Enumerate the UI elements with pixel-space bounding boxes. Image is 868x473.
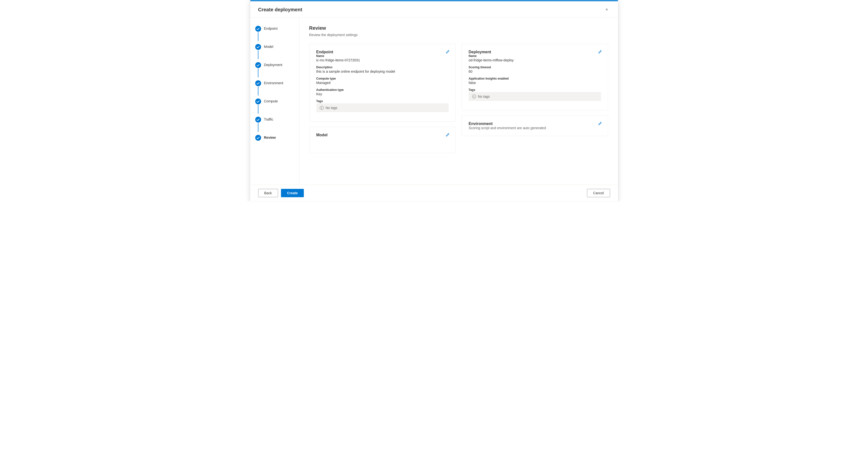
step-label-deployment: Deployment	[264, 62, 282, 67]
step-circle-environment	[255, 80, 261, 86]
deployment-tags-box: i No tags	[469, 92, 601, 101]
left-card-column: Endpoint Name ic-mc-fridge-items-0727203…	[309, 44, 456, 153]
deployment-name-field: Name od-fridge-items-mlflow-deploy	[469, 54, 601, 62]
deployment-name-label: Name	[469, 54, 601, 58]
deployment-app-insights-label: Application Insights enabled	[469, 77, 601, 80]
endpoint-compute-type-value: Managed	[316, 81, 448, 85]
deployment-tags-field: Tags i No tags	[469, 88, 601, 101]
step-connector-model	[258, 50, 258, 59]
step-circle-deployment	[255, 62, 261, 68]
sidebar-item-model[interactable]: Model	[250, 42, 299, 61]
environment-description: Scoring script and environment are auto …	[469, 126, 601, 130]
step-circle-review	[255, 135, 261, 141]
sidebar: Endpoint Model	[250, 18, 300, 185]
endpoint-auth-type-label: Authentication type	[316, 88, 448, 92]
endpoint-compute-type-field: Compute type Managed	[316, 77, 448, 85]
deployment-scoring-timeout-field: Scoring timeout 60	[469, 65, 601, 73]
step-label-review: Review	[264, 135, 276, 140]
right-card-column: Deployment Name od-fridge-items-mlflow-d…	[462, 44, 608, 153]
dialog-body: Endpoint Model	[250, 18, 618, 185]
model-card-title: Model	[316, 133, 328, 137]
step-circle-endpoint	[255, 26, 261, 32]
endpoint-description-field: Description this is a sample online endp…	[316, 65, 448, 73]
sidebar-item-traffic[interactable]: Traffic	[250, 115, 299, 134]
endpoint-description-label: Description	[316, 65, 448, 69]
cards-row: Endpoint Name ic-mc-fridge-items-0727203…	[309, 44, 608, 153]
endpoint-tags-box: i No tags	[316, 104, 448, 112]
endpoint-name-field: Name ic-mc-fridge-items-07272031	[316, 54, 448, 62]
step-connector-endpoint	[258, 32, 258, 41]
step-label-traffic: Traffic	[264, 117, 273, 121]
deployment-card: Deployment Name od-fridge-items-mlflow-d…	[462, 44, 608, 111]
sidebar-item-compute[interactable]: Compute	[250, 97, 299, 115]
deployment-name-value: od-fridge-items-mlflow-deploy	[469, 58, 601, 62]
endpoint-edit-button[interactable]	[445, 49, 451, 56]
environment-card-title: Environment	[469, 122, 493, 126]
endpoint-description-value: this is a sample online endpoint for dep…	[316, 69, 448, 73]
deployment-tags-info-icon: i	[472, 94, 476, 98]
sidebar-item-deployment[interactable]: Deployment	[250, 61, 299, 79]
step-circle-model	[255, 44, 261, 50]
dialog-header: Create deployment ×	[250, 1, 618, 18]
endpoint-tags-field: Tags i No tags	[316, 99, 448, 112]
model-card: Model	[309, 127, 456, 153]
endpoint-compute-type-label: Compute type	[316, 77, 448, 80]
create-deployment-dialog: Create deployment × Endpoint	[250, 0, 618, 201]
back-button[interactable]: Back	[258, 189, 278, 197]
model-edit-button[interactable]	[445, 132, 451, 139]
dialog-title: Create deployment	[258, 7, 302, 12]
step-label-compute: Compute	[264, 98, 278, 103]
endpoint-auth-type-value: Key	[316, 92, 448, 96]
step-circle-traffic	[255, 117, 261, 122]
sidebar-item-endpoint[interactable]: Endpoint	[250, 24, 299, 42]
step-label-model: Model	[264, 44, 273, 49]
model-card-content	[316, 137, 448, 147]
step-connector-deployment	[258, 68, 258, 77]
sidebar-item-review[interactable]: Review	[250, 134, 299, 142]
close-button[interactable]: ×	[603, 6, 610, 13]
sidebar-item-environment[interactable]: Environment	[250, 79, 299, 97]
endpoint-auth-type-field: Authentication type Key	[316, 88, 448, 96]
deployment-app-insights-value: false	[469, 81, 601, 85]
endpoint-no-tags-text: No tags	[326, 106, 337, 110]
step-connector-environment	[258, 87, 258, 95]
endpoint-tags-label: Tags	[316, 99, 448, 103]
step-label-endpoint: Endpoint	[264, 26, 278, 30]
step-label-environment: Environment	[264, 80, 283, 85]
deployment-scoring-timeout-label: Scoring timeout	[469, 65, 601, 69]
review-heading: Review Review the deployment settings	[309, 25, 608, 37]
main-content: Review Review the deployment settings En…	[300, 18, 618, 185]
create-button[interactable]: Create	[281, 189, 304, 197]
environment-edit-button[interactable]	[597, 121, 603, 127]
environment-card: Environment Scoring script and environme…	[462, 115, 608, 136]
review-subtitle: Review the deployment settings	[309, 33, 608, 37]
step-connector-compute	[258, 105, 258, 114]
deployment-card-title: Deployment	[469, 50, 491, 54]
dialog-footer: Back Create Cancel	[250, 185, 618, 201]
deployment-scoring-timeout-value: 60	[469, 69, 601, 73]
step-circle-compute	[255, 98, 261, 105]
deployment-tags-label: Tags	[469, 88, 601, 92]
step-connector-traffic	[258, 123, 258, 132]
endpoint-card: Endpoint Name ic-mc-fridge-items-0727203…	[309, 44, 456, 122]
deployment-app-insights-field: Application Insights enabled false	[469, 77, 601, 85]
deployment-edit-button[interactable]	[597, 49, 603, 56]
endpoint-card-title: Endpoint	[316, 50, 333, 54]
review-title: Review	[309, 25, 608, 31]
cancel-button[interactable]: Cancel	[587, 189, 610, 197]
endpoint-tags-info-icon: i	[320, 106, 324, 110]
endpoint-name-value: ic-mc-fridge-items-07272031	[316, 58, 448, 62]
deployment-no-tags-text: No tags	[478, 94, 490, 98]
endpoint-name-label: Name	[316, 54, 448, 58]
